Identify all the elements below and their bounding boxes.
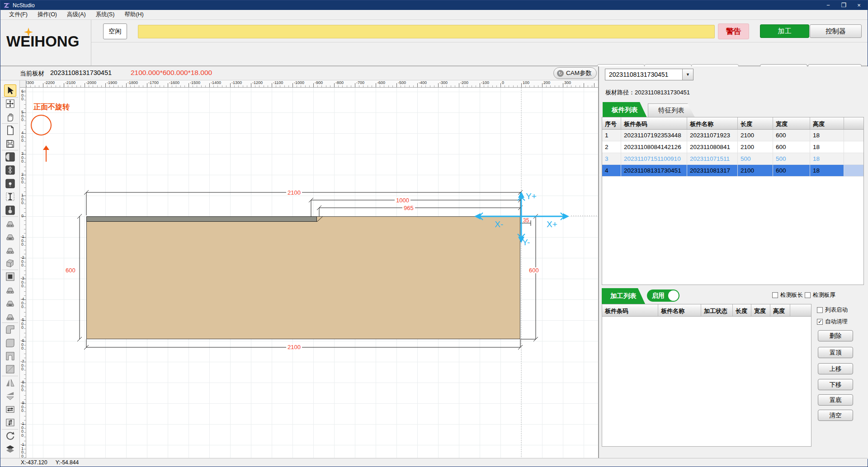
menu-operate[interactable]: 操作(O) (33, 10, 62, 19)
ruler-label: 100 (523, 80, 529, 85)
pan-hand-tool[interactable] (4, 111, 16, 123)
tray-tool-6[interactable] (4, 310, 16, 322)
toolbar-separator (2, 376, 18, 376)
machining-list-table: 板件条码 板件名称 加工状态 长度 宽度 高度 (602, 304, 811, 447)
controller-mode-button[interactable]: 控制器 (810, 24, 862, 38)
ruler-label: -1700 (148, 80, 159, 85)
machining-mode-button[interactable]: 加工 (760, 24, 809, 38)
mirror-horizontal-tool[interactable] (4, 377, 16, 389)
cursor-x-coordinate: X:-437.120 (21, 459, 47, 466)
ruler-label: 600 (20, 89, 24, 101)
part-front-tool[interactable] (4, 151, 16, 163)
check-board-length[interactable]: 检测板长 (772, 291, 803, 299)
tray-tool-1[interactable] (4, 217, 16, 229)
tab-board-list[interactable]: 板件列表 (603, 102, 647, 117)
alarm-message-bar (138, 25, 715, 38)
close-button[interactable]: × (851, 0, 867, 10)
status-bar: X:-437.120 Y:-54.844 (0, 458, 868, 467)
check-list-start[interactable]: 列表启动 (817, 306, 848, 314)
checkbox-icon[interactable] (817, 307, 823, 313)
toolbar-separator (2, 270, 18, 270)
ruler-label: -900 (20, 401, 24, 413)
ruler-label: 200 (20, 173, 24, 184)
tray-tool-2[interactable] (4, 230, 16, 243)
ruler-label: -2000 (86, 80, 96, 85)
menu-system[interactable]: 系统(S) (91, 10, 120, 19)
axis-y-plus-label: Y+ (526, 192, 537, 201)
move-down-button[interactable]: 下移 (818, 379, 853, 390)
move-to-bottom-button[interactable]: 置底 (818, 394, 853, 406)
checkbox-icon[interactable] (805, 292, 811, 298)
ruler-label: -1600 (169, 80, 179, 85)
swap-vertical-tool[interactable] (4, 416, 16, 429)
delete-button[interactable]: 删除 (818, 330, 853, 341)
layers-tool[interactable] (4, 443, 16, 455)
axis-x-minus-label: X- (495, 220, 503, 229)
menu-advanced[interactable]: 高级(A) (62, 10, 91, 19)
rotate-tool[interactable] (4, 430, 16, 442)
ruler-label: -600 (377, 80, 385, 85)
move-up-button[interactable]: 上移 (818, 363, 853, 374)
ruler-label: -500 (398, 80, 406, 85)
fill-square-tool[interactable] (4, 271, 16, 283)
table-row[interactable]: 2 20231108084142126 202311080841 2100 60… (602, 141, 863, 153)
ruler-label: -700 (356, 80, 364, 85)
ruler-label: -400 (419, 80, 427, 85)
maximize-button[interactable]: ❐ (836, 0, 851, 10)
cam-params-button[interactable]: ↻ CAM参数 (553, 67, 597, 79)
minimize-button[interactable]: − (821, 0, 836, 10)
probe-point-tool[interactable] (4, 177, 16, 190)
ruler-label: -400 (20, 297, 24, 309)
corner-chamfer-tool[interactable] (4, 363, 16, 375)
corner-notch-tool[interactable] (4, 350, 16, 362)
ruler-label: 500 (20, 110, 24, 122)
new-file-tool[interactable] (4, 124, 16, 136)
corner-round-tool[interactable] (4, 323, 16, 336)
current-board-size: 2100.000*600.000*18.000 (131, 69, 212, 77)
mirror-vertical-tool[interactable] (4, 390, 16, 402)
checkbox-icon[interactable] (772, 292, 778, 298)
region-select-tool[interactable] (4, 191, 16, 203)
move-view-tool[interactable] (4, 98, 16, 110)
ruler-label: -1200 (252, 80, 263, 85)
tray-tool-3[interactable] (4, 244, 16, 256)
box-3d-tool[interactable] (4, 257, 16, 269)
vertical-ruler: 6005004003002001000-100-200-300-400-500-… (20, 88, 26, 459)
logo-star-icon (24, 28, 33, 37)
swap-horizontal-tool[interactable] (4, 403, 16, 416)
clear-button[interactable]: 清空 (818, 410, 853, 421)
toggle-knob[interactable] (668, 290, 679, 301)
ruler-corner (20, 80, 26, 88)
clamp-tool[interactable] (4, 164, 16, 176)
ruler-label: 300 (564, 80, 571, 85)
checkbox-checked-icon[interactable] (817, 319, 823, 325)
toolbar-row-divider (91, 42, 868, 42)
move-to-top-button[interactable]: 置顶 (818, 347, 853, 358)
tab-machining-list[interactable]: 加工列表 (602, 288, 645, 304)
enable-toggle[interactable]: 启用 (647, 290, 679, 302)
check-auto-clean[interactable]: 自动清理 (817, 318, 848, 326)
tray-tool-4[interactable] (4, 284, 16, 296)
board-select-dropdown[interactable]: 20231108131730451 ▼ (605, 69, 693, 80)
board-select-value: 20231108131730451 (605, 69, 682, 80)
drawing-canvas[interactable]: 2100 1000 965 35 600 600 2100 (26, 88, 598, 459)
plumb-tool[interactable] (4, 204, 16, 216)
dropdown-arrow-icon[interactable]: ▼ (682, 69, 693, 80)
orientation-arrow-icon (31, 115, 52, 135)
toolbar-separator (2, 429, 18, 430)
board-path-value: 20231108131730451 (635, 89, 690, 96)
table-row[interactable]: 3 20231107151100910 202311071511 500 500… (602, 153, 863, 165)
menu-file[interactable]: 文件(F) (4, 10, 33, 19)
table-row[interactable]: 1 20231107192353448 202311071923 2100 60… (602, 130, 863, 141)
warning-button[interactable]: 警告 (718, 23, 749, 39)
ruler-label: -1300 (231, 80, 242, 85)
ruler-label: -200 (460, 80, 468, 85)
tab-feature-list[interactable]: 特征列表 (648, 103, 695, 117)
tray-tool-5[interactable] (4, 297, 16, 309)
corner-fillet-tool[interactable] (4, 337, 16, 349)
select-tool[interactable] (4, 84, 16, 97)
check-board-thickness[interactable]: 检测板厚 (805, 291, 835, 299)
menu-help[interactable]: 帮助(H) (119, 10, 148, 19)
save-tool[interactable] (4, 138, 16, 150)
table-row-selected[interactable]: 4 20231108131730451 202311081317 2100 60… (602, 165, 863, 177)
